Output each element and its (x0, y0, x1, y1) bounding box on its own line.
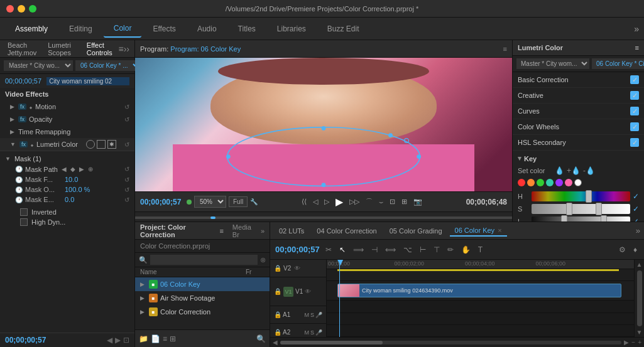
lumetri-scopes-tab[interactable]: Lumetri Scopes (45, 40, 82, 58)
prev-keyframe-btn[interactable]: ◀ (60, 165, 68, 173)
color-dot-pink[interactable] (565, 179, 572, 186)
creative-section[interactable]: Creative ✓ (513, 88, 644, 104)
a1-m-btn[interactable]: M (304, 312, 309, 318)
panel-expand-icon[interactable]: ›› (124, 44, 129, 54)
opacity-expand[interactable]: ▶ (10, 116, 14, 122)
h-slider-check[interactable]: ✓ (633, 192, 639, 201)
scroll-thumb[interactable] (637, 270, 642, 326)
select-tool[interactable]: ↖ (337, 244, 347, 255)
rate-stretch[interactable]: ⌥ (401, 244, 414, 255)
v1-eye-icon[interactable]: 👁 (305, 288, 311, 295)
curves-checkbox[interactable]: ✓ (630, 107, 639, 115)
color-dot-red[interactable] (518, 179, 525, 186)
v2-eye-icon[interactable]: 👁 (294, 265, 300, 272)
a1-s-btn[interactable]: S (310, 312, 314, 318)
a1-mic-icon[interactable]: 🎤 (315, 312, 322, 318)
new-item-btn[interactable]: 📄 (151, 334, 160, 343)
program-monitor-menu[interactable]: ≡ (503, 45, 507, 53)
mask-settings-btn[interactable]: ⊕ (87, 165, 94, 173)
timeline-tab-more[interactable]: » (636, 226, 640, 235)
rewind-btn[interactable]: ⟨⟨ (300, 196, 308, 207)
mark-in-btn[interactable]: ⌒ (364, 196, 374, 208)
color-dot-teal[interactable] (546, 179, 554, 186)
timeline-tab-close[interactable]: × (498, 227, 501, 234)
tab-more-icon[interactable]: » (634, 24, 639, 34)
mark-out-btn[interactable]: ⌣ (377, 196, 385, 207)
eyedropper-btn[interactable]: 💧 (555, 166, 564, 175)
rect-icon[interactable] (97, 140, 106, 149)
s-slider-thumb2[interactable] (596, 203, 602, 215)
type-tool[interactable]: T (476, 244, 484, 255)
media-browser-tab[interactable]: Media Br (232, 223, 257, 238)
hand-tool[interactable]: ✋ (459, 244, 472, 255)
color-key-expand[interactable]: ▶ (140, 281, 146, 287)
ripple-tool[interactable]: ⊣ (369, 244, 379, 255)
ellipse-icon[interactable] (86, 140, 95, 149)
creative-checkbox[interactable]: ✓ (630, 91, 639, 100)
project-item-color-key[interactable]: ▶ ■ 06 Color Key (135, 277, 270, 291)
scroll-down-btn[interactable]: ▼ (635, 328, 644, 337)
pen-tool[interactable]: ✏ (445, 244, 456, 255)
h-slider-track[interactable] (532, 191, 630, 201)
v2-lock-icon[interactable]: 🔒 (274, 265, 281, 272)
mask-opacity-reset[interactable]: ↺ (124, 186, 129, 193)
quality-select[interactable]: 50% 25% 75% Full (194, 196, 226, 208)
l-slider-track[interactable] (532, 216, 630, 222)
a2-mic-icon[interactable]: 🎤 (315, 329, 322, 336)
list-view-btn[interactable]: ≡ (163, 334, 167, 343)
play-btn[interactable]: ▶ (334, 195, 345, 209)
timeline-tab-color-correction[interactable]: 04 Color Correction (312, 226, 381, 236)
v1-clip[interactable]: City woman smiling 024634390.mov (337, 284, 621, 297)
a2-m-btn[interactable]: M (304, 329, 309, 336)
minimize-button[interactable] (18, 5, 25, 13)
a2-s-btn[interactable]: S (310, 329, 314, 336)
timeline-tab-luts[interactable]: 02 LUTs (274, 226, 309, 236)
step-fwd-btn[interactable]: ▷ (322, 196, 331, 207)
high-dyn-checkbox[interactable] (20, 218, 28, 226)
mask-feather-reset[interactable]: ↺ (124, 176, 129, 183)
horizontal-scroll-track[interactable] (280, 341, 621, 344)
tab-buzz-edit[interactable]: Buzz Edit (317, 21, 369, 37)
color-dot-orange[interactable] (527, 179, 535, 186)
settings-btn[interactable]: ⚙ (617, 244, 628, 255)
curves-section[interactable]: Curves ✓ (513, 104, 644, 119)
fullscreen-button[interactable] (29, 5, 36, 13)
step-back-btn[interactable]: ◁ (311, 196, 320, 207)
motion-expand[interactable]: ▶ (10, 104, 14, 110)
mask-opacity-value[interactable]: 100.0 % (65, 186, 90, 193)
footer-expand-btn[interactable]: ⊡ (123, 336, 129, 344)
slip-tool[interactable]: ⊢ (418, 244, 428, 255)
a1-lock-icon[interactable]: 🔒 (274, 311, 281, 318)
project-panel-expand[interactable]: » (261, 227, 265, 235)
effect-controls-tab[interactable]: Effect Controls (84, 40, 119, 58)
lumetri-reset-icon[interactable]: ↺ (124, 141, 129, 148)
name-col-header[interactable]: Name (140, 269, 246, 275)
tab-assembly[interactable]: Assembly (5, 21, 58, 37)
active-clip-select[interactable]: 06 Color Key * ... (75, 60, 141, 71)
panel-menu-icon[interactable]: ≡ (119, 44, 124, 54)
air-show-expand[interactable]: ▶ (140, 295, 146, 301)
basic-correction-checkbox[interactable]: ✓ (630, 75, 639, 84)
l-slider-thumb2[interactable] (601, 215, 607, 222)
project-item-color-correction[interactable]: ▶ ■ Color Correction (135, 305, 270, 319)
fr-col-header[interactable]: Fr (246, 269, 265, 275)
icon-view-btn[interactable]: ⊞ (170, 334, 176, 343)
search-btn[interactable]: 🔍 (256, 334, 266, 343)
scroll-left-btn[interactable]: ◀ (273, 339, 278, 346)
next-keyframe-btn[interactable]: ▶ (78, 165, 85, 173)
mask-expand[interactable]: ▼ (5, 156, 11, 162)
eyedropper-minus-btn[interactable]: -💧 (583, 166, 595, 175)
scroll-right-btn[interactable]: ▶ (624, 339, 629, 346)
tab-editing[interactable]: Editing (59, 21, 102, 37)
program-scrubber[interactable] (135, 211, 512, 222)
hsl-secondary-checkbox[interactable]: ✓ (630, 138, 639, 147)
l-slider-thumb[interactable] (561, 215, 567, 222)
color-dot-green[interactable] (537, 179, 544, 186)
s-slider-track[interactable] (532, 204, 630, 214)
lumetri-master-select[interactable]: Master * City wom... (516, 58, 589, 69)
l-slider-check[interactable]: ✓ (633, 217, 639, 222)
lumetri-expand[interactable]: ▼ (10, 141, 16, 147)
tab-titles[interactable]: Titles (228, 21, 266, 37)
lumetri-active-select[interactable]: 06 Color Key * Ci... (592, 58, 644, 69)
color-correction-expand[interactable]: ▶ (140, 309, 146, 315)
